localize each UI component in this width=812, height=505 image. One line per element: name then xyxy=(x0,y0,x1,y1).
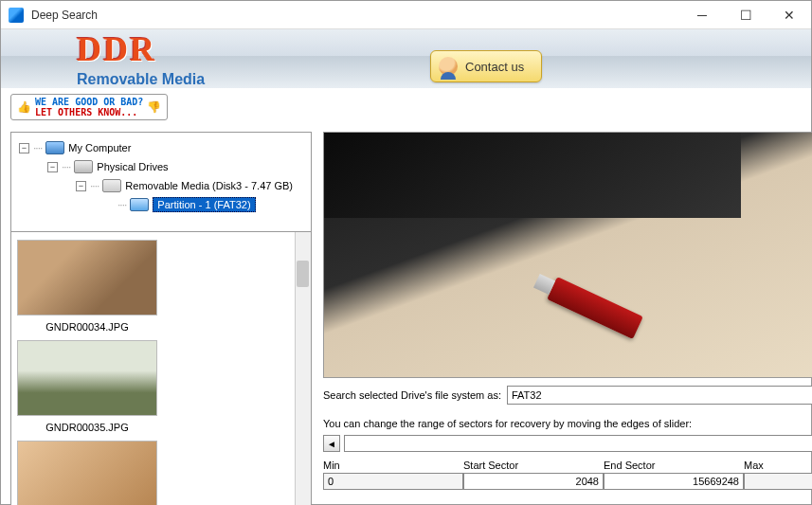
main-content: − ···· My Computer − ···· Physical Drive… xyxy=(1,126,811,505)
sector-range-slider[interactable] xyxy=(344,435,812,452)
max-sector-input xyxy=(744,473,812,490)
thumbnails-scrollbar[interactable] xyxy=(295,232,311,505)
brand-subtitle: Removable Media xyxy=(77,71,205,88)
tree-toggle[interactable]: − xyxy=(19,143,29,153)
slider-left-button[interactable]: ◄ xyxy=(323,435,340,452)
titlebar: Deep Search ─ ☐ ✕ xyxy=(1,1,811,29)
app-window: Deep Search ─ ☐ ✕ DDR Removable Media Co… xyxy=(0,0,812,505)
laptop-graphic xyxy=(324,133,741,218)
thumbnail-caption: GNDR00034.JPG xyxy=(45,321,128,333)
usb-stick-graphic xyxy=(547,277,643,339)
close-button[interactable]: ✕ xyxy=(767,1,811,29)
contact-label: Contact us xyxy=(465,60,524,74)
min-label: Min xyxy=(323,460,463,471)
thumbnail-item[interactable]: GNDR00035.JPG xyxy=(17,340,157,433)
scrollbar-thumb[interactable] xyxy=(297,261,309,287)
drive-icon xyxy=(74,160,93,173)
left-column: − ···· My Computer − ···· Physical Drive… xyxy=(10,132,312,505)
thumbnails-panel: GNDR00034.JPG GNDR00035.JPG xyxy=(10,232,312,505)
computer-icon xyxy=(45,141,64,154)
person-icon xyxy=(439,57,458,76)
filesystem-label: Search selected Drive's file system as: xyxy=(323,389,501,401)
feedback-badge[interactable]: 👍 WE ARE GOOD OR BAD? LET OTHERS KNOW...… xyxy=(10,94,168,120)
filesystem-select[interactable]: FAT32 xyxy=(507,386,812,405)
end-sector-input[interactable] xyxy=(604,473,744,490)
usb-drive-icon xyxy=(102,179,121,192)
brand: DDR Removable Media xyxy=(77,29,205,88)
thumbnail-item[interactable]: GNDR00034.JPG xyxy=(17,240,157,333)
start-sector-label: Start Sector xyxy=(463,460,604,471)
banner: DDR Removable Media Contact us xyxy=(1,29,811,88)
right-column: Search selected Drive's file system as: … xyxy=(323,132,812,505)
tree-toggle[interactable]: − xyxy=(47,162,58,172)
contact-us-button[interactable]: Contact us xyxy=(430,50,542,82)
minimize-button[interactable]: ─ xyxy=(680,1,724,29)
tree-root[interactable]: My Computer xyxy=(68,142,131,153)
tree-toggle[interactable]: − xyxy=(76,181,86,191)
thumbnail-image xyxy=(17,240,157,316)
end-sector-label: End Sector xyxy=(604,460,744,471)
tree-partition-selected[interactable]: Partition - 1 (FAT32) xyxy=(153,197,255,212)
badge-line2: LET OTHERS KNOW... xyxy=(35,107,137,117)
thumbs-down-icon: 👎 xyxy=(147,100,161,114)
thumbnail-item[interactable] xyxy=(17,441,157,505)
thumbnail-image xyxy=(17,441,157,505)
thumbnail-image xyxy=(17,340,157,416)
filesystem-value: FAT32 xyxy=(512,389,542,401)
window-title: Deep Search xyxy=(31,9,680,22)
feedback-badge-row: 👍 WE ARE GOOD OR BAD? LET OTHERS KNOW...… xyxy=(1,88,811,126)
hero-image xyxy=(323,132,812,378)
tree-removable[interactable]: Removable Media (Disk3 - 7.47 GB) xyxy=(125,180,293,191)
min-sector-input xyxy=(323,473,463,490)
app-icon xyxy=(9,8,24,23)
tree-physical[interactable]: Physical Drives xyxy=(97,161,168,172)
badge-line1: WE ARE GOOD OR BAD? xyxy=(35,97,143,107)
partition-icon xyxy=(130,198,149,211)
brand-logo-text: DDR xyxy=(77,29,205,69)
slider-hint: You can change the range of sectors for … xyxy=(323,418,812,429)
max-label: Max xyxy=(744,460,812,471)
drive-tree[interactable]: − ···· My Computer − ···· Physical Drive… xyxy=(10,132,312,232)
maximize-button[interactable]: ☐ xyxy=(724,1,767,29)
thumbs-up-icon: 👍 xyxy=(17,100,31,114)
start-sector-input[interactable] xyxy=(463,473,604,490)
thumbnail-caption: GNDR00035.JPG xyxy=(45,422,128,433)
